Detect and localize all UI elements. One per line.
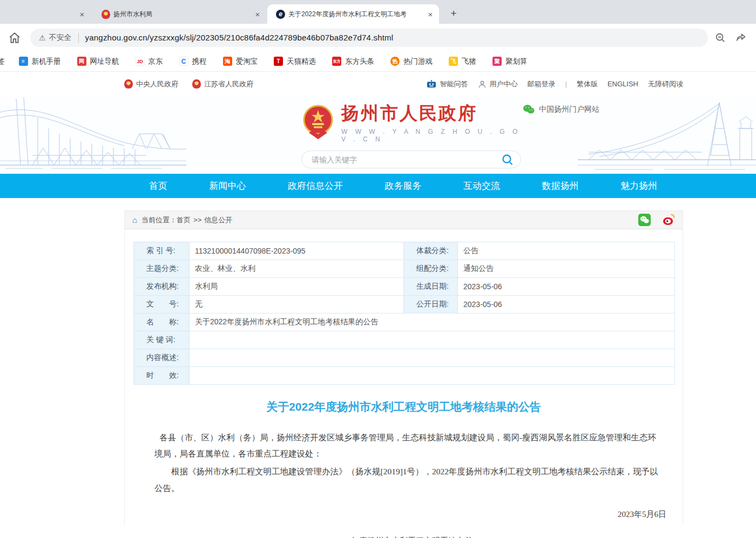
tab-close-icon[interactable]: × <box>252 9 263 19</box>
nav-info-disclosure[interactable]: 政府信息公开 <box>288 180 343 192</box>
robot-icon <box>426 79 437 89</box>
meta-value-summary <box>190 349 675 367</box>
nav-news[interactable]: 新闻中心 <box>210 180 246 192</box>
bookmark-item[interactable]: 机书签 <box>0 57 5 66</box>
bookmark-item[interactable]: 网 网址导航 <box>77 57 119 66</box>
user-center-link[interactable]: 用户中心 <box>478 79 518 89</box>
bookmark-item[interactable]: 聚 聚划算 <box>492 57 528 66</box>
tab-title: 关于2022年度扬州市水利工程文明工地考 <box>288 10 422 19</box>
warning-icon: ⚠ <box>39 33 46 42</box>
main-navigation: 首页 新闻中心 政府信息公开 政务服务 互动交流 数据扬州 魅力扬州 <box>0 174 756 198</box>
accessibility-link[interactable]: 无障碍阅读 <box>648 79 683 89</box>
breadcrumb-home-link[interactable]: 首页 <box>177 215 191 225</box>
national-emblem-icon <box>301 105 335 140</box>
nav-interaction[interactable]: 互动交流 <box>463 180 500 192</box>
table-row: 时 效: <box>134 367 675 385</box>
bookmarks-bar: 机书签 ≡ 新机手册 网 网址导航 JD 京东 C 携程 淘 爱淘宝 T 天猫精… <box>0 51 756 72</box>
article-paragraph: 根据《扬州市水利工程文明工地建设管理办法》（扬水规[2019]1号），2022年… <box>154 464 664 496</box>
gov-emblem-icon <box>124 79 133 88</box>
bookmark-item[interactable]: JD 京东 <box>136 57 163 66</box>
site-name: 扬州市人民政府 <box>341 101 523 126</box>
nav-services[interactable]: 政务服务 <box>385 180 422 192</box>
table-row: 名 称: 关于2022年度扬州市水利工程文明工地考核结果的公告 <box>134 314 675 331</box>
content-card: ⌂ 当前位置： 首页 >> 信息公开 索 引 号: 11321000014407… <box>124 210 683 526</box>
wechat-share-icon[interactable] <box>638 214 651 226</box>
bookmark-item[interactable]: 东方 东方头条 <box>332 57 374 66</box>
weibo-share-icon[interactable] <box>663 214 675 226</box>
english-version-link[interactable]: ENGLISH <box>608 80 638 88</box>
zoom-out-icon[interactable] <box>714 32 726 44</box>
site-search[interactable] <box>301 151 521 168</box>
bookmark-label: 飞猪 <box>462 57 476 66</box>
bookmark-item[interactable]: T 天猫精选 <box>274 57 316 66</box>
link-jiangsu-gov[interactable]: 江苏省人民政府 <box>192 79 253 89</box>
tab-water-bureau[interactable]: 扬州市水利局 × <box>92 4 267 24</box>
wechat-icon <box>523 104 535 114</box>
smart-qa-link[interactable]: 智能问答 <box>426 79 468 89</box>
juhuasuan-icon: 聚 <box>492 57 502 66</box>
bookmark-item[interactable]: 热 热门游戏 <box>390 57 433 66</box>
meta-label: 内容概述: <box>134 349 190 367</box>
tab-close-icon[interactable]: × <box>77 9 87 19</box>
search-input[interactable] <box>312 155 501 164</box>
article-date: 2023年5月6日 <box>125 509 683 520</box>
ctrip-icon: C <box>179 57 188 66</box>
table-row: 发布机构: 水利局 生成日期: 2023-05-06 <box>134 278 675 296</box>
traditional-label: 繁体版 <box>577 79 598 89</box>
link-central-gov[interactable]: 中央人民政府 <box>124 79 178 89</box>
tab-active-announcement[interactable]: e 关于2022年度扬州市水利工程文明工地考 × <box>267 4 439 24</box>
bookmark-label: 新机手册 <box>32 57 61 66</box>
taobao-icon: 淘 <box>223 57 232 66</box>
meta-value-index-number: 11321000014407098E-2023-095 <box>190 242 404 260</box>
smart-qa-label: 智能问答 <box>440 79 468 89</box>
meta-value-doc-number: 无 <box>190 296 404 314</box>
meta-label: 时 效: <box>134 367 190 385</box>
breadcrumb-current-link[interactable]: 信息公开 <box>204 215 232 225</box>
banner-illustration-left <box>0 96 186 174</box>
meta-value-topic: 农业、林业、水利 <box>190 260 404 278</box>
traditional-version-link[interactable]: 繁体版 <box>577 79 598 89</box>
url-text[interactable]: yangzhou.gov.cn/yzszxxgk/slj/202305/210c… <box>85 33 394 42</box>
mail-login-link[interactable]: 邮箱登录 <box>528 79 556 89</box>
portal-badge[interactable]: 中国扬州门户网站 <box>523 104 599 114</box>
manual-icon: ≡ <box>19 57 28 66</box>
security-status[interactable]: ⚠ 不安全 <box>39 33 72 43</box>
games-icon: 热 <box>390 57 400 66</box>
nav-charm[interactable]: 魅力扬州 <box>620 180 657 192</box>
meta-value-publish-date: 2023-05-06 <box>458 296 675 314</box>
meta-value-agency: 水利局 <box>190 278 404 296</box>
banner-illustration-right <box>578 96 756 174</box>
bookmark-item[interactable]: C 携程 <box>179 57 207 66</box>
tmall-icon: T <box>274 57 283 66</box>
site-favicon: e <box>276 10 285 19</box>
nav-site-icon: 网 <box>77 57 86 66</box>
new-tab-button[interactable]: + <box>447 6 461 21</box>
english-label: ENGLISH <box>608 80 638 88</box>
bookmark-item[interactable]: ≡ 新机手册 <box>19 57 61 66</box>
share-icon[interactable] <box>735 32 747 44</box>
home-icon[interactable] <box>8 31 22 45</box>
meta-value-genre: 公告 <box>458 242 675 260</box>
site-logo[interactable]: 扬州市人民政府 W W W . Y A N G Z H O U . G O V … <box>301 101 523 143</box>
bookmark-item[interactable]: 淘 爱淘宝 <box>223 57 258 66</box>
breadcrumb-separator: >> <box>193 216 201 224</box>
nav-data[interactable]: 数据扬州 <box>542 180 579 192</box>
site-banner: 扬州市人民政府 W W W . Y A N G Z H O U . G O V … <box>0 96 756 174</box>
table-row: 内容概述: <box>134 349 675 367</box>
meta-label: 发布机构: <box>134 278 190 296</box>
bookmark-item[interactable]: 飞 飞猪 <box>449 57 476 66</box>
address-bar[interactable]: ⚠ 不安全 yangzhou.gov.cn/yzszxxgk/slj/20230… <box>30 29 708 47</box>
meta-value-keywords <box>190 331 675 349</box>
tab-partial[interactable]: × <box>0 4 92 24</box>
bookmark-label: 携程 <box>192 57 207 66</box>
article-title: 关于2022年度扬州市水利工程文明工地考核结果的公告 <box>125 399 683 414</box>
meta-label: 索 引 号: <box>134 242 190 260</box>
toutiao-icon: 东方 <box>332 57 341 66</box>
article-paragraph: 各县（市、区）水利（务）局，扬州经济开发区城乡事务管理局，生态科技新城规划建设局… <box>154 430 664 462</box>
gov-emblem-icon <box>192 79 201 88</box>
search-icon[interactable] <box>501 153 514 166</box>
tab-close-icon[interactable]: × <box>425 9 436 19</box>
divider: | <box>565 80 567 88</box>
nav-home[interactable]: 首页 <box>149 180 167 192</box>
portal-label: 中国扬州门户网站 <box>539 105 599 114</box>
